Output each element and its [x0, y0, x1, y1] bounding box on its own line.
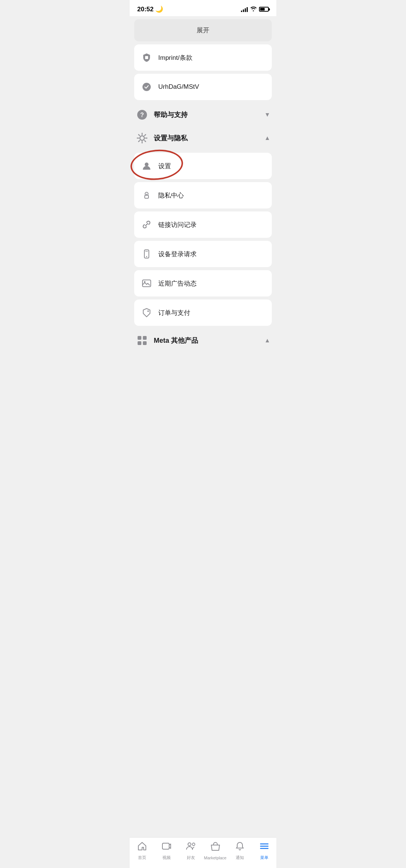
question-icon: ? [136, 108, 148, 121]
nav-marketplace[interactable]: Marketplace [203, 842, 227, 860]
recent-ads-label: 近期广告动态 [158, 279, 266, 288]
svg-rect-15 [138, 336, 141, 340]
meta-section-label: Meta 其他产品 [154, 336, 259, 345]
privacy-label: 隐私中心 [158, 191, 266, 200]
nav-friends-label: 好友 [187, 855, 195, 860]
nav-video-label: 视频 [162, 855, 171, 860]
orders-label: 订单与支付 [158, 309, 266, 317]
help-chevron-icon: ▼ [264, 111, 270, 118]
device-login-item[interactable]: 设备登录请求 [134, 241, 272, 267]
imprint-label: Imprint/条款 [158, 53, 266, 62]
notify-icon [235, 841, 245, 853]
settings-section-header[interactable]: 设置与隐私 ▲ [130, 126, 276, 150]
help-section-label: 帮助与支持 [154, 110, 259, 119]
image-icon [140, 277, 153, 290]
video-icon [162, 841, 171, 853]
svg-rect-7 [145, 195, 148, 198]
svg-point-20 [188, 843, 191, 846]
svg-rect-18 [143, 341, 147, 345]
expand-button[interactable]: 展开 [134, 19, 272, 41]
nav-video[interactable]: 视频 [154, 841, 179, 860]
svg-rect-0 [145, 56, 148, 59]
meta-section: Meta 其他产品 ▲ [130, 329, 276, 352]
device-login-label: 设备登录请求 [158, 250, 266, 258]
home-icon [137, 841, 147, 853]
svg-point-4 [140, 136, 144, 140]
grid-icon [136, 334, 148, 347]
urhdaG-label: UrhDaG/MStV [158, 83, 266, 91]
main-content: 展开 Imprint/条款 UrhDaG/MStV ? 帮助与支持 [130, 19, 276, 352]
menu-icon [259, 841, 269, 853]
nav-notify[interactable]: 通知 [227, 841, 252, 860]
privacy-item[interactable]: 隐私中心 [134, 182, 272, 208]
battery-icon [259, 7, 269, 12]
nav-notify-label: 通知 [236, 855, 244, 860]
gear-icon [136, 132, 148, 144]
link-icon [140, 218, 153, 231]
settings-item[interactable]: 设置 [134, 153, 272, 179]
person-icon [140, 160, 153, 172]
urhdaG-item[interactable]: UrhDaG/MStV [134, 74, 272, 100]
link-history-label: 链接访问记录 [158, 220, 266, 229]
nav-friends[interactable]: 好友 [179, 841, 203, 860]
svg-point-5 [145, 163, 148, 166]
bottom-nav: 首页 视频 好友 Marketpl [130, 837, 276, 868]
nav-marketplace-label: Marketplace [204, 856, 227, 860]
phone-icon [140, 248, 153, 260]
svg-point-14 [147, 310, 149, 312]
nav-home-label: 首页 [138, 855, 146, 860]
wifi-icon [250, 6, 257, 12]
settings-chevron-icon: ▲ [264, 135, 270, 141]
svg-point-1 [142, 83, 151, 91]
lock-person-icon [140, 189, 153, 202]
status-bar: 20:52 🌙 [130, 0, 276, 16]
check-shield-icon [140, 81, 153, 93]
meta-section-header[interactable]: Meta 其他产品 ▲ [130, 329, 276, 352]
svg-point-21 [192, 843, 195, 846]
link-history-item[interactable]: 链接访问记录 [134, 211, 272, 238]
nav-home[interactable]: 首页 [130, 841, 154, 860]
friends-icon [186, 841, 196, 853]
status-time: 20:52 🌙 [137, 5, 163, 13]
svg-rect-17 [138, 341, 141, 345]
help-section-header[interactable]: ? 帮助与支持 ▼ [130, 103, 276, 126]
imprint-item[interactable]: Imprint/条款 [134, 44, 272, 71]
nav-menu[interactable]: 菜单 [252, 841, 276, 860]
shield-icon [140, 51, 153, 64]
marketplace-icon [211, 842, 220, 854]
settings-section-label: 设置与隐私 [154, 134, 259, 143]
moon-icon: 🌙 [155, 6, 163, 13]
settings-sub-items: 设置 隐私中心 链接访问记录 [130, 153, 276, 326]
tag-icon [140, 306, 153, 319]
svg-point-10 [146, 256, 147, 257]
meta-chevron-icon: ▲ [264, 337, 270, 344]
svg-point-13 [144, 281, 145, 283]
recent-ads-item[interactable]: 近期广告动态 [134, 270, 272, 296]
status-icons [241, 6, 269, 12]
svg-text:?: ? [140, 112, 144, 118]
orders-item[interactable]: 订单与支付 [134, 299, 272, 326]
svg-rect-19 [162, 843, 169, 849]
svg-rect-16 [143, 336, 147, 340]
settings-label: 设置 [158, 162, 266, 170]
signal-icon [241, 7, 248, 12]
nav-menu-label: 菜单 [260, 855, 268, 860]
